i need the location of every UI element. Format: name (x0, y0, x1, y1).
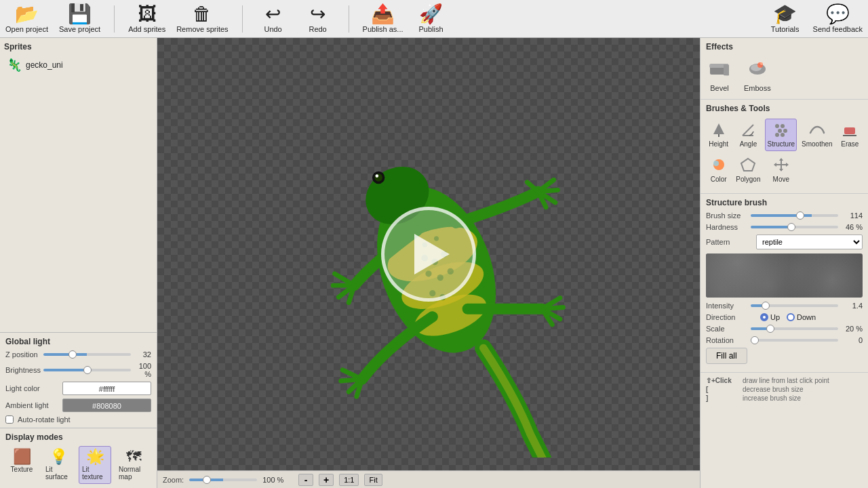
erase-tool-button[interactable]: Erase (837, 119, 863, 151)
mode-normal-map[interactable]: 🗺 Normal map (115, 446, 151, 484)
fill-all-button[interactable]: Fill all (706, 348, 747, 364)
bevel-effect-button[interactable]: Bevel (706, 57, 733, 95)
light-color-row: Light color #ffffff (5, 382, 151, 395)
smoothen-tool-label: Smoothen (802, 140, 833, 148)
brush-size-slider[interactable] (751, 214, 838, 217)
tutorials-icon: 🎓 (773, 5, 797, 24)
rotation-value: 0 (841, 336, 863, 344)
color-tool-button[interactable]: Color (706, 154, 731, 186)
tutorials-button[interactable]: 🎓 Tutorials (768, 5, 802, 33)
zoom-bar: Zoom: 100 % - + 1:1 Fit (157, 470, 700, 488)
lit-texture-mode-icon: 🌟 (86, 449, 104, 464)
sprite-item-gecko[interactable]: 🦎 gecko_uni (4, 56, 153, 75)
zoom-fit-button[interactable]: Fit (364, 474, 382, 486)
zoom-minus-button[interactable]: - (298, 474, 313, 486)
direction-label: Direction (706, 313, 753, 321)
direction-up-option[interactable]: Up (760, 313, 780, 321)
lizard-container (232, 51, 625, 458)
brushes-tools-section: Brushes & Tools Height Angle (701, 100, 868, 194)
normal-map-mode-icon: 🗺 (126, 449, 141, 464)
texture-mode-label: Texture (11, 466, 33, 473)
canvas-background (157, 38, 700, 470)
zoom-plus-button[interactable]: + (319, 474, 334, 486)
toolbar-separator-1 (114, 5, 115, 33)
mode-lit-surface[interactable]: 💡 Lit surface (42, 446, 75, 484)
structure-tool-button[interactable]: Structure (765, 119, 797, 151)
pattern-select[interactable]: reptile scales leather stone wood (756, 235, 863, 249)
svg-rect-51 (844, 127, 855, 134)
brightness-slider[interactable] (43, 369, 131, 371)
bevel-icon (709, 60, 730, 83)
zoom-ratio-button[interactable]: 1:1 (339, 474, 359, 486)
remove-sprites-icon: 🗑 (193, 5, 212, 24)
direction-down-option[interactable]: Down (787, 313, 816, 321)
hint-text-1: decrease brush size (743, 386, 804, 393)
move-tool-button[interactable]: Move (765, 154, 797, 186)
mode-texture[interactable]: 🟫 Texture (5, 446, 38, 484)
display-modes-title: Display modes (5, 432, 151, 442)
hint-row-1: [ decrease brush size (706, 386, 863, 393)
svg-marker-43 (713, 123, 724, 134)
tools-grid: Height Angle Structure (706, 119, 863, 186)
scale-slider[interactable] (751, 327, 838, 330)
intensity-row: Intensity 1.4 (706, 302, 863, 310)
direction-down-radio[interactable] (787, 313, 795, 321)
direction-up-radio[interactable] (760, 313, 768, 321)
zoom-slider[interactable] (189, 479, 257, 481)
z-position-slider[interactable] (43, 353, 131, 356)
rotation-slider[interactable] (751, 339, 838, 342)
effects-grid: Bevel Emboss (706, 57, 863, 95)
left-panel: Sprites 🦎 gecko_uni Global light Z posit… (0, 38, 157, 488)
brightness-label: Brightness (5, 366, 41, 374)
polygon-tool-button[interactable]: Polygon (734, 154, 762, 186)
rotation-label: Rotation (706, 336, 748, 344)
mode-lit-texture[interactable]: 🌟 Lit texture (79, 446, 111, 484)
svg-marker-59 (779, 169, 783, 171)
add-sprites-button[interactable]: 🖼 Add sprites (128, 5, 165, 33)
save-project-icon: 💾 (68, 5, 92, 24)
brushes-tools-title: Brushes & Tools (706, 104, 863, 113)
emboss-label: Emboss (744, 84, 771, 92)
ambient-light-swatch[interactable]: #808080 (62, 399, 151, 412)
height-tool-button[interactable]: Height (706, 119, 731, 151)
left-panel-main (0, 79, 157, 332)
hint-key-1: [ (706, 386, 740, 393)
hardness-slider[interactable] (751, 226, 838, 228)
send-feedback-button[interactable]: 💬 Send feedback (813, 5, 863, 33)
angle-tool-button[interactable]: Angle (734, 119, 762, 151)
ambient-light-label: Ambient light (5, 401, 60, 409)
svg-point-47 (778, 129, 782, 133)
emboss-icon (747, 60, 768, 83)
zoom-value: 100 % (262, 476, 293, 484)
auto-rotate-checkbox[interactable] (5, 415, 14, 424)
svg-point-7 (374, 174, 382, 182)
brush-size-row: Brush size 114 (706, 211, 863, 220)
structure-brush-title: Structure brush (706, 198, 863, 207)
intensity-slider[interactable] (751, 304, 838, 307)
auto-rotate-row: Auto-rotate light (5, 415, 151, 424)
add-sprites-icon: 🖼 (138, 5, 157, 24)
undo-button[interactable]: ↩ Undo (256, 5, 290, 33)
gecko-sprite-icon: 🦎 (7, 58, 22, 73)
publish-as-button[interactable]: 📤 Publish as... (363, 5, 403, 33)
sprites-section: Sprites 🦎 gecko_uni (0, 38, 157, 79)
publish-button[interactable]: 🚀 Publish (414, 5, 448, 33)
emboss-effect-button[interactable]: Emboss (741, 57, 774, 95)
remove-sprites-button[interactable]: 🗑 Remove sprites (176, 5, 228, 33)
hint-key-2: ] (706, 394, 740, 402)
svg-point-54 (713, 161, 719, 166)
open-project-button[interactable]: 📂 Open project (5, 5, 48, 33)
canvas-area[interactable] (157, 38, 700, 470)
play-button[interactable] (381, 207, 476, 302)
publish-as-icon: 📤 (371, 5, 395, 24)
light-color-swatch[interactable]: #ffffff (62, 382, 151, 395)
hardness-row: Hardness 46 % (706, 223, 863, 231)
redo-button[interactable]: ↪ Redo (301, 5, 335, 33)
hint-text-0: draw line from last click point (743, 377, 829, 384)
save-project-button[interactable]: 💾 Save project (59, 5, 100, 33)
smoothen-tool-button[interactable]: Smoothen (800, 119, 835, 151)
svg-marker-55 (741, 159, 755, 171)
display-modes-grid: 🟫 Texture 💡 Lit surface 🌟 Lit texture 🗺 … (5, 446, 151, 484)
play-arrow-icon (414, 234, 450, 274)
svg-marker-58 (779, 158, 783, 161)
